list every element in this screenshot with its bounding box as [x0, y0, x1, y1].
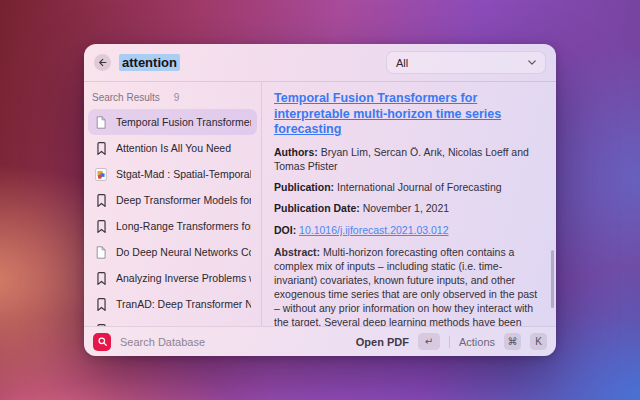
- filter-dropdown-value: All: [396, 57, 528, 69]
- list-item-label: Informer: Beyond Efficient Trans...: [116, 324, 251, 326]
- filter-dropdown[interactable]: All: [386, 51, 546, 74]
- publication-field: Publication: International Journal of Fo…: [274, 181, 544, 195]
- open-pdf-button[interactable]: Open PDF: [356, 336, 409, 348]
- search-header: attention All: [84, 44, 556, 82]
- results-count: 9: [174, 92, 180, 103]
- footer-divider: [449, 336, 450, 348]
- list-item[interactable]: Attention Is All You Need: [88, 135, 257, 161]
- list-item[interactable]: Long-Range Transformers for D...: [88, 213, 257, 239]
- list-item[interactable]: Do Deep Neural Networks Contr...: [88, 239, 257, 265]
- list-item-label: Temporal Fusion Transformers f...: [116, 116, 251, 128]
- list-item[interactable]: TranAD: Deep Transformer Net...: [88, 291, 257, 317]
- authors-label: Authors:: [274, 146, 318, 158]
- left-arrow-icon: [98, 58, 107, 67]
- raycast-window: attention All Search Results 9 Temporal …: [84, 44, 556, 356]
- doi-field: DOI: 10.1016/j.ijforecast.2021.03.012: [274, 224, 544, 238]
- list-item-label: Attention Is All You Need: [116, 142, 231, 154]
- document-icon: [94, 245, 108, 259]
- list-item-label: Long-Range Transformers for D...: [116, 220, 251, 232]
- search-results-list: Search Results 9 Temporal Fusion Transfo…: [84, 82, 262, 326]
- chevron-down-icon: [528, 60, 536, 65]
- list-item[interactable]: Stgat-Mad : Spatial-Temporal Gr...: [88, 161, 257, 187]
- back-button[interactable]: [94, 54, 111, 71]
- list-item[interactable]: Informer: Beyond Efficient Trans...: [88, 317, 257, 326]
- bookmark-icon: [94, 141, 108, 155]
- footer-bar: Search Database Open PDF ↵ Actions ⌘ K: [84, 326, 556, 356]
- app-icon: [93, 333, 111, 351]
- list-item[interactable]: Temporal Fusion Transformers f...: [88, 109, 257, 135]
- pdf-thumbnail-icon: [94, 167, 108, 181]
- paper-title-link[interactable]: Temporal Fusion Transformers for interpr…: [274, 91, 544, 138]
- results-section-title: Search Results: [92, 92, 160, 103]
- bookmark-icon: [94, 271, 108, 285]
- list-item-label: Do Deep Neural Networks Contr...: [116, 246, 251, 258]
- list-item-label: Analyzing Inverse Problems with...: [116, 272, 251, 284]
- paper-detail-pane: Temporal Fusion Transformers for interpr…: [262, 82, 556, 326]
- results-section-header: Search Results 9: [88, 90, 257, 109]
- list-item-label: Stgat-Mad : Spatial-Temporal Gr...: [116, 168, 251, 180]
- bookmark-icon: [94, 219, 108, 233]
- list-item[interactable]: Analyzing Inverse Problems with...: [88, 265, 257, 291]
- document-icon: [94, 115, 108, 129]
- list-item[interactable]: Deep Transformer Models for Ti...: [88, 187, 257, 213]
- list-item-label: TranAD: Deep Transformer Net...: [116, 298, 251, 310]
- search-icon: [97, 336, 108, 347]
- publication-value: International Journal of Forecasting: [337, 181, 502, 193]
- detail-scrollbar[interactable]: [551, 250, 554, 308]
- doi-link[interactable]: 10.1016/j.ijforecast.2021.03.012: [299, 224, 448, 236]
- bookmark-icon: [94, 193, 108, 207]
- publication-date-label: Publication Date:: [274, 202, 360, 214]
- search-query-input[interactable]: attention: [119, 54, 180, 71]
- authors-field: Authors: Bryan Lim, Sercan Ö. Arık, Nico…: [274, 146, 544, 174]
- publication-date-field: Publication Date: November 1, 2021: [274, 202, 544, 216]
- bookmark-icon: [94, 323, 108, 326]
- publication-date-value: November 1, 2021: [363, 202, 449, 214]
- publication-label: Publication:: [274, 181, 334, 193]
- list-item-label: Deep Transformer Models for Ti...: [116, 194, 251, 206]
- bookmark-icon: [94, 297, 108, 311]
- k-key-badge: K: [530, 333, 547, 350]
- command-key-badge: ⌘: [504, 333, 521, 350]
- doi-label: DOI:: [274, 224, 296, 236]
- abstract-field: Abstract: Multi-horizon forecasting ofte…: [274, 245, 544, 326]
- actions-button[interactable]: Actions: [459, 336, 495, 348]
- root-search-input[interactable]: Search Database: [120, 336, 347, 348]
- return-key-badge: ↵: [418, 333, 440, 350]
- abstract-label: Abstract:: [274, 246, 320, 258]
